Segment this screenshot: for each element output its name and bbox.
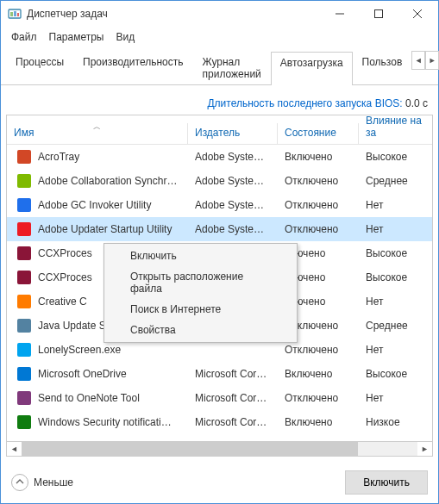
- row-name-text: CCXProces: [38, 271, 92, 283]
- tab-performance[interactable]: Производительность: [73, 51, 192, 84]
- bios-value: 0.0 с: [405, 97, 428, 109]
- cell-impact: Нет: [359, 344, 432, 356]
- cell-name: Adobe Collaboration Synchr…: [7, 174, 188, 188]
- row-name-text: Microsoft OneDrive: [38, 368, 127, 380]
- cell-status: Отключено: [278, 199, 359, 211]
- tab-processes[interactable]: Процессы: [6, 51, 73, 84]
- app-row-icon: [17, 271, 31, 284]
- table-header: ︿ Имя Издатель Состояние Влияние на за: [7, 115, 432, 145]
- app-row-icon: [17, 198, 31, 212]
- cell-name: AcroTray: [7, 150, 188, 164]
- row-name-text: Windows Security notificati…: [38, 416, 172, 428]
- table-row[interactable]: Microsoft OneDriveMicrosoft Corpo…Включе…: [7, 362, 432, 386]
- cell-publisher: Microsoft Corpo…: [188, 392, 278, 404]
- col-status[interactable]: Состояние: [278, 123, 359, 144]
- tab-app-history[interactable]: Журнал приложений: [193, 51, 271, 84]
- cell-status: Отключено: [278, 344, 359, 356]
- table-row[interactable]: Adobe Collaboration Synchr…Adobe Systems…: [7, 169, 432, 193]
- cm-enable[interactable]: Включить: [106, 246, 295, 266]
- titlebar[interactable]: Диспетчер задач: [1, 1, 438, 27]
- footer: Меньше Включить: [1, 462, 438, 503]
- table-row[interactable]: AcroTrayAdobe Systems I…ВключеноВысокое: [7, 145, 432, 169]
- svg-rect-2: [14, 11, 16, 16]
- cell-publisher: Microsoft Corpo…: [188, 416, 278, 428]
- cell-impact: Высокое: [359, 247, 432, 259]
- cell-name: Microsoft OneDrive: [7, 367, 188, 381]
- startup-table: ︿ Имя Издатель Состояние Влияние на за A…: [6, 115, 433, 442]
- app-row-icon: [17, 246, 31, 260]
- menubar: Файл Параметры Вид: [1, 27, 438, 47]
- cell-name: Adobe Updater Startup Utility: [7, 222, 188, 236]
- cell-impact: Высокое: [359, 271, 432, 283]
- svg-rect-1: [10, 12, 13, 16]
- cell-status: Отключено: [278, 175, 359, 187]
- app-row-icon: [17, 391, 31, 405]
- row-name-text: Adobe Collaboration Synchr…: [38, 175, 177, 187]
- content: Длительность последнего запуска BIOS: 0.…: [1, 85, 438, 462]
- menu-options[interactable]: Параметры: [44, 28, 110, 46]
- tab-scroll-right[interactable]: ►: [425, 51, 439, 70]
- table-row[interactable]: Windows Security notificati…Microsoft Co…: [7, 410, 432, 434]
- app-row-icon: [17, 150, 31, 164]
- minimize-button[interactable]: [320, 2, 359, 27]
- chevron-up-icon: [11, 474, 28, 491]
- cell-impact: Нет: [359, 392, 432, 404]
- cm-properties[interactable]: Свойства: [106, 320, 295, 340]
- table-row[interactable]: Send to OneNote ToolMicrosoft Corpo…Откл…: [7, 386, 432, 410]
- tab-users[interactable]: Пользов: [353, 51, 412, 84]
- fewer-details[interactable]: Меньше: [11, 474, 73, 491]
- table-row[interactable]: Adobe Updater Startup UtilityAdobe Syste…: [7, 217, 432, 241]
- cell-impact: Нет: [359, 223, 432, 235]
- svg-rect-3: [17, 13, 19, 16]
- bios-info: Длительность последнего запуска BIOS: 0.…: [6, 90, 433, 115]
- menu-file[interactable]: Файл: [6, 28, 42, 46]
- close-button[interactable]: [398, 2, 436, 27]
- menu-view[interactable]: Вид: [110, 28, 140, 46]
- context-menu: Включить Открыть расположение файла Поис…: [103, 243, 298, 343]
- cell-impact: Высокое: [359, 368, 432, 380]
- tabstrip: Процессы Производительность Журнал прило…: [1, 47, 438, 85]
- tab-startup[interactable]: Автозагрузка: [271, 52, 353, 85]
- task-manager-window: Диспетчер задач Файл Параметры Вид Проце…: [0, 0, 439, 504]
- cell-impact: Нет: [359, 199, 432, 211]
- table-row[interactable]: Adobe GC Invoker UtilityAdobe Systems, ……: [7, 193, 432, 217]
- bios-label[interactable]: Длительность последнего запуска BIOS:: [207, 97, 402, 109]
- cell-publisher: Adobe Systems I…: [188, 175, 278, 187]
- row-name-text: LonelyScreen.exe: [38, 344, 121, 356]
- row-name-text: CCXProces: [38, 247, 92, 259]
- app-icon: [8, 7, 22, 21]
- window-buttons: [320, 2, 436, 27]
- app-row-icon: [17, 343, 31, 357]
- cm-search-online[interactable]: Поиск в Интернете: [106, 299, 295, 320]
- row-name-text: Adobe Updater Startup Utility: [38, 223, 172, 235]
- scroll-thumb[interactable]: [22, 442, 358, 456]
- app-row-icon: [17, 174, 31, 188]
- col-publisher[interactable]: Издатель: [188, 123, 278, 144]
- cm-open-location[interactable]: Открыть расположение файла: [106, 266, 295, 299]
- cell-publisher: Adobe Systems I…: [188, 223, 278, 235]
- row-name-text: Creative C: [38, 296, 87, 308]
- tab-scroll-left[interactable]: ◄: [411, 51, 425, 70]
- col-name[interactable]: ︿ Имя: [7, 123, 188, 144]
- row-name-text: Adobe GC Invoker Utility: [38, 199, 151, 211]
- cell-impact: Низкое: [359, 416, 432, 428]
- maximize-button[interactable]: [359, 2, 398, 27]
- scroll-left-icon[interactable]: ◄: [7, 442, 22, 456]
- cell-impact: Высокое: [359, 151, 432, 163]
- scroll-track[interactable]: [22, 442, 417, 456]
- tab-scroll: ◄ ►: [411, 51, 439, 84]
- row-name-text: Send to OneNote Tool: [38, 392, 140, 404]
- scroll-right-icon[interactable]: ►: [417, 442, 432, 456]
- cell-impact: Среднее: [359, 320, 432, 332]
- cell-publisher: Adobe Systems I…: [188, 151, 278, 163]
- cell-status: Отключено: [278, 223, 359, 235]
- enable-button[interactable]: Включить: [345, 470, 428, 495]
- cell-publisher: Adobe Systems, …: [188, 199, 278, 211]
- window-title: Диспетчер задач: [27, 8, 320, 20]
- cell-status: Отключено: [278, 392, 359, 404]
- col-impact[interactable]: Влияние на за: [359, 115, 432, 144]
- cell-impact: Среднее: [359, 175, 432, 187]
- horizontal-scrollbar[interactable]: ◄ ►: [6, 442, 433, 457]
- cell-status: Включено: [278, 416, 359, 428]
- cell-name: Send to OneNote Tool: [7, 391, 188, 405]
